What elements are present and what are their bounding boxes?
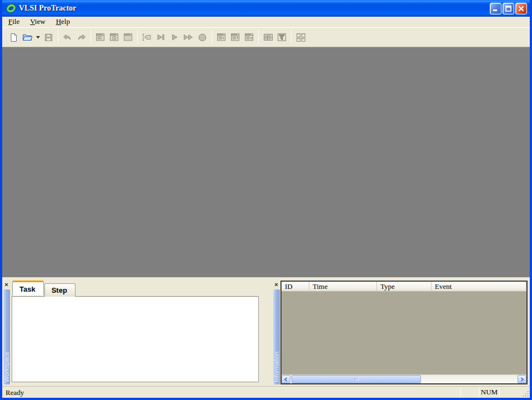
set-marker-button[interactable] xyxy=(140,30,154,44)
stop-button[interactable] xyxy=(195,30,209,44)
save-icon xyxy=(44,33,53,42)
app-logo-icon xyxy=(6,3,17,14)
resize-grip-icon[interactable] xyxy=(521,389,530,398)
undo-button[interactable] xyxy=(61,30,74,44)
svg-text:D1: D1 xyxy=(264,34,268,37)
horizontal-scrollbar xyxy=(282,374,526,383)
report-time-window-icon xyxy=(230,33,240,42)
chevron-right-icon xyxy=(520,377,524,382)
workspace-panel: × Workspace Task Step xyxy=(2,281,263,384)
information-gripper[interactable]: Information xyxy=(273,289,280,384)
chevron-left-icon xyxy=(284,377,288,382)
window-title: VLSI ProTractor xyxy=(19,4,490,13)
event-log-header: ID Time Type Event xyxy=(282,282,526,292)
report-time-window-button[interactable] xyxy=(228,30,242,44)
scroll-right-button[interactable] xyxy=(518,375,526,383)
event-log-body[interactable] xyxy=(282,292,526,374)
schedule-window-icon xyxy=(109,33,119,42)
column-header-type[interactable]: Type xyxy=(377,282,431,292)
column-header-event[interactable]: Event xyxy=(431,282,526,292)
open-file-dropdown[interactable] xyxy=(34,30,42,44)
step-forward-button[interactable] xyxy=(154,30,168,44)
workspace-gripper-label: Workspace xyxy=(3,352,10,382)
stop-icon xyxy=(198,33,207,42)
column-header-id[interactable]: ID xyxy=(282,282,309,292)
event-log-table: ID Time Type Event xyxy=(280,281,528,384)
report-export-window-icon xyxy=(244,33,254,42)
minimize-icon xyxy=(492,5,499,12)
run-button[interactable] xyxy=(168,30,182,44)
minimize-button[interactable] xyxy=(490,3,501,14)
statusbar-pane xyxy=(500,387,521,398)
information-close-button[interactable]: × xyxy=(273,281,280,288)
scrollbar-track[interactable] xyxy=(290,375,518,383)
new-document-icon xyxy=(9,33,18,42)
menubar: File View Help xyxy=(2,17,530,27)
num-lock-indicator: NUM xyxy=(479,387,499,398)
run-icon xyxy=(170,33,179,42)
toolbar-separator xyxy=(137,30,138,44)
data-compare-button[interactable]: D1 D2 xyxy=(261,30,275,44)
toolbar-separator xyxy=(58,30,58,44)
scroll-left-button[interactable] xyxy=(282,375,290,383)
report-export-window-button[interactable] xyxy=(242,30,256,44)
save-button[interactable] xyxy=(42,30,56,44)
document-area[interactable] xyxy=(2,47,530,277)
close-icon xyxy=(518,5,525,12)
tab-task[interactable]: Task xyxy=(12,281,44,296)
set-marker-icon xyxy=(142,33,152,42)
new-document-button[interactable] xyxy=(7,30,21,44)
dock-area: × Workspace Task Step × xyxy=(2,277,530,386)
information-gripper-label: Information xyxy=(273,352,280,382)
maximize-button[interactable] xyxy=(503,3,514,14)
task-tree-view[interactable] xyxy=(12,296,259,382)
dock-splitter[interactable] xyxy=(263,281,272,384)
toolbar-separator xyxy=(212,30,212,44)
grid-window-icon xyxy=(123,33,133,42)
close-x-icon: × xyxy=(274,281,278,288)
menu-file[interactable]: File xyxy=(6,17,24,27)
report-list-window-icon xyxy=(217,33,227,42)
close-x-icon: × xyxy=(4,281,8,288)
task-list-window-icon xyxy=(96,33,106,42)
redo-button[interactable] xyxy=(74,30,88,44)
status-message: Ready xyxy=(6,388,460,397)
open-folder-icon xyxy=(22,33,33,42)
filter-button[interactable] xyxy=(275,30,289,44)
dropdown-arrow-icon xyxy=(36,36,40,39)
app-window: VLSI ProTractor File View Help xyxy=(0,0,532,400)
task-list-window-button[interactable] xyxy=(93,30,107,44)
step-forward-icon xyxy=(156,33,165,42)
data-compare-table-icon: D1 D2 xyxy=(263,33,273,42)
statusbar-pane xyxy=(461,387,479,398)
svg-text:D2: D2 xyxy=(264,37,268,40)
filter-funnel-icon xyxy=(277,33,287,42)
toolbar-separator xyxy=(291,30,292,44)
tile-windows-icon xyxy=(296,33,306,42)
redo-icon xyxy=(76,33,87,42)
thumb-grip-icon xyxy=(354,377,358,381)
grid-window-button[interactable] xyxy=(121,30,135,44)
workspace-close-button[interactable]: × xyxy=(3,281,10,288)
tab-step[interactable]: Step xyxy=(44,283,76,297)
workspace-tab-strip: Task Step xyxy=(11,281,259,296)
toolbar: D1 D2 xyxy=(2,27,530,47)
undo-icon xyxy=(62,33,73,42)
column-header-time[interactable]: Time xyxy=(309,282,377,292)
schedule-window-button[interactable] xyxy=(107,30,121,44)
menu-help[interactable]: Help xyxy=(54,17,75,27)
workspace-gripper[interactable]: Workspace xyxy=(3,289,10,384)
titlebar: VLSI ProTractor xyxy=(2,0,530,17)
close-button[interactable] xyxy=(515,3,527,14)
tile-windows-button[interactable] xyxy=(294,30,308,44)
information-panel: × Information ID Time Type Event xyxy=(272,281,529,384)
scrollbar-thumb[interactable] xyxy=(292,375,421,383)
statusbar: Ready NUM xyxy=(2,386,530,398)
open-file-button[interactable] xyxy=(21,30,34,44)
toolbar-separator xyxy=(258,30,259,44)
report-list-window-button[interactable] xyxy=(214,30,228,44)
fast-run-icon xyxy=(183,33,194,42)
maximize-icon xyxy=(505,5,512,12)
menu-view[interactable]: View xyxy=(28,17,50,27)
fast-run-button[interactable] xyxy=(182,30,195,44)
